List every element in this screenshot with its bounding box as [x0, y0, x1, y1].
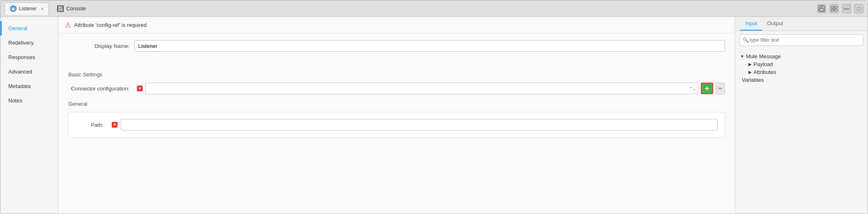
attributes-toggle: ▶	[748, 70, 752, 74]
path-error-indicator: ✕	[112, 122, 117, 128]
add-connector-button[interactable]: +	[701, 83, 713, 94]
tree-area: ▼ Mule Message ▶ Payload ▶ Attributes Va…	[735, 49, 868, 214]
path-row: Path: ✕	[75, 119, 718, 131]
sidebar-item-metadata[interactable]: Metadata	[0, 79, 58, 93]
general-section-header: General	[68, 101, 725, 107]
save-button[interactable]	[817, 4, 826, 13]
connector-config-select[interactable]	[145, 83, 698, 94]
tab-label: Listener	[19, 6, 37, 12]
console-label: Console	[66, 5, 86, 12]
display-name-label: Display Name:	[68, 43, 134, 49]
minimize-button[interactable]: —	[842, 4, 851, 13]
tab-icon: ⊕	[10, 5, 17, 12]
main-content: General Redelivery Responses Advanced Me…	[0, 17, 868, 214]
maximize-button[interactable]: □	[854, 4, 863, 13]
path-label: Path:	[75, 122, 108, 128]
attributes-tree-item[interactable]: ▶ Attributes	[740, 68, 863, 76]
basic-settings-header: Basic Settings	[68, 71, 725, 78]
sidebar-item-general[interactable]: General	[0, 21, 58, 36]
display-name-row: Display Name:	[68, 40, 725, 52]
center-panel: ⚠ Attribute 'config-ref' is required Dis…	[58, 17, 735, 214]
connector-config-row: Connector configuration: ✕ ⌃⌄ + ✏	[68, 83, 725, 94]
edit-connector-button[interactable]: ✏	[716, 83, 725, 94]
payload-tree-item[interactable]: ▶ Payload	[740, 60, 863, 68]
general-section: Path: ✕	[68, 112, 725, 138]
filter-search-input[interactable]	[739, 34, 863, 46]
variables-label: Variables	[742, 77, 764, 83]
variables-tree-item[interactable]: Variables	[740, 76, 863, 84]
console-icon	[57, 5, 64, 12]
connector-config-label: Connector configuration:	[68, 86, 134, 92]
sidebar-item-redelivery[interactable]: Redelivery	[0, 36, 58, 50]
console-area: Console	[57, 5, 86, 12]
right-panel-tabs: Input Output	[735, 17, 868, 31]
mule-message-tree-item[interactable]: ▼ Mule Message	[740, 52, 863, 60]
path-input[interactable]	[121, 119, 718, 131]
display-name-input[interactable]	[134, 40, 725, 52]
tool-button[interactable]	[830, 4, 839, 13]
svg-rect-8	[831, 9, 834, 11]
tab-output[interactable]: Output	[762, 17, 788, 31]
svg-rect-9	[834, 9, 837, 11]
error-icon: ⚠	[65, 21, 71, 29]
connector-error-indicator: ✕	[137, 86, 143, 91]
tab-input[interactable]: Input	[740, 17, 762, 31]
svg-rect-4	[820, 6, 822, 8]
search-icon: 🔍	[743, 37, 749, 43]
payload-label: Payload	[753, 61, 773, 67]
svg-line-2	[60, 7, 62, 10]
main-window: ⊕ Listener × Console	[0, 0, 868, 214]
listener-tab[interactable]: ⊕ Listener ×	[5, 2, 49, 15]
form-area: Display Name:	[58, 33, 735, 65]
mule-message-label: Mule Message	[746, 53, 781, 59]
tab-close-button[interactable]: ×	[41, 6, 43, 11]
svg-rect-7	[834, 6, 837, 8]
svg-rect-6	[831, 6, 834, 8]
svg-rect-5	[820, 9, 824, 11]
connector-select-wrap: ⌃⌄	[145, 83, 698, 94]
error-message: Attribute 'config-ref' is required	[74, 22, 147, 28]
sidebar: General Redelivery Responses Advanced Me…	[0, 17, 58, 214]
mule-message-toggle: ▼	[740, 54, 744, 59]
sidebar-item-notes[interactable]: Notes	[0, 93, 58, 108]
payload-toggle: ▶	[748, 62, 752, 67]
sidebar-item-advanced[interactable]: Advanced	[0, 64, 58, 79]
titlebar-right: — □	[817, 4, 863, 13]
right-panel: Input Output 🔍 ▼ Mule Message ▶ Pa	[735, 17, 868, 214]
titlebar-left: ⊕ Listener × Console	[5, 2, 86, 15]
attributes-label: Attributes	[753, 69, 776, 75]
error-banner: ⚠ Attribute 'config-ref' is required	[58, 17, 735, 33]
search-wrap: 🔍	[739, 34, 863, 46]
sidebar-item-responses[interactable]: Responses	[0, 50, 58, 64]
titlebar: ⊕ Listener × Console	[0, 0, 868, 17]
